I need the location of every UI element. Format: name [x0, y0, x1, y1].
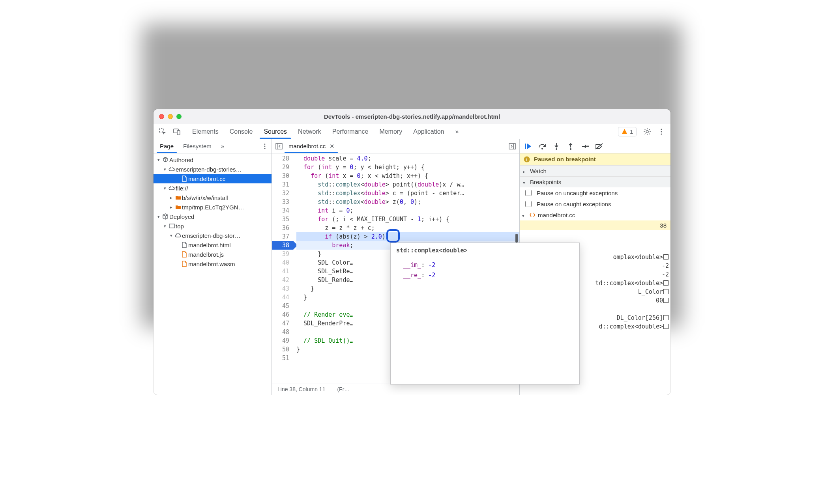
file-tab-mandelbrot-cc[interactable]: mandelbrot.cc ✕	[285, 139, 338, 153]
step-into-button[interactable]	[550, 140, 563, 152]
pause-on-uncaught-checkbox[interactable]: Pause on uncaught exceptions	[520, 187, 670, 198]
window-controls	[159, 114, 182, 119]
navigator-pane: Page Filesystem » Authored emscri	[154, 139, 272, 395]
toggle-navigator-icon[interactable]	[273, 140, 285, 153]
cloud-icon	[168, 186, 176, 190]
tree-file-scheme[interactable]: file://	[154, 183, 272, 193]
svg-point-4	[661, 129, 662, 130]
tree-file-mandelbrot-js[interactable]: mandelbrot.js	[154, 250, 272, 259]
paused-banner: Paused on breakpoint	[520, 153, 670, 165]
tab-performance[interactable]: Performance	[327, 124, 374, 139]
svg-point-3	[646, 131, 648, 133]
svg-rect-2	[177, 131, 180, 135]
tree-authored-node[interactable]: Authored	[154, 155, 272, 164]
cloud-icon	[174, 233, 182, 238]
main-tabs: Elements Console Sources Network Perform…	[187, 124, 464, 139]
tab-elements[interactable]: Elements	[187, 124, 224, 139]
tooltip-body: __im_: -2 __re_: -2	[391, 258, 579, 284]
editor-statusbar: Line 38, Column 11 (Fr…	[272, 383, 519, 395]
tree-folder-install[interactable]: b/s/w/ir/x/w/install	[154, 193, 272, 202]
folder-icon	[174, 205, 182, 209]
pause-on-caught-checkbox[interactable]: Pause on caught exceptions	[520, 198, 670, 209]
svg-point-18	[570, 148, 571, 150]
editor-toolbar: mandelbrot.cc ✕	[272, 139, 519, 153]
source-icon	[529, 212, 536, 218]
svg-point-5	[661, 131, 662, 132]
svg-rect-23	[526, 158, 527, 159]
svg-rect-15	[525, 144, 526, 149]
tabs-overflow-icon[interactable]: »	[449, 124, 464, 139]
svg-point-17	[556, 148, 557, 150]
navigator-more-vert-icon[interactable]	[260, 140, 270, 153]
editor-pane: mandelbrot.cc ✕ 282930313233343536373839…	[272, 139, 520, 395]
main-toolbar: Elements Console Sources Network Perform…	[154, 124, 670, 139]
tree-file-mandelbrot-html[interactable]: mandelbrot.html	[154, 240, 272, 250]
cursor-position: Line 38, Column 11	[277, 386, 325, 392]
info-icon	[524, 156, 530, 162]
step-button[interactable]	[578, 140, 592, 152]
more-vert-icon[interactable]	[655, 125, 668, 138]
tab-console[interactable]: Console	[224, 124, 258, 139]
svg-point-7	[264, 144, 266, 145]
tree-folder-tmp[interactable]: tmp/tmp.ELcTq2YGN…	[154, 202, 272, 212]
status-extra: (Fr…	[337, 386, 350, 392]
tab-application[interactable]: Application	[408, 124, 449, 139]
tree-domain-deployed[interactable]: emscripten-dbg-stor…	[154, 231, 272, 240]
file-icon	[180, 242, 188, 248]
issues-warning-badge[interactable]: 1	[618, 127, 637, 136]
window-title: DevTools - emscripten-dbg-stories.netlif…	[154, 113, 670, 120]
svg-point-9	[264, 147, 266, 149]
variable-tooltip: std::complex<double> __im_: -2 __re_: -2	[390, 243, 580, 385]
navigator-tabs: Page Filesystem »	[154, 139, 272, 153]
settings-gear-icon[interactable]	[640, 125, 654, 138]
tab-network[interactable]: Network	[292, 124, 327, 139]
device-toolbar-icon[interactable]	[170, 125, 184, 138]
wasm-file-icon	[180, 261, 188, 267]
minimize-window-button[interactable]	[168, 114, 173, 119]
svg-point-19	[587, 146, 589, 147]
tree-file-mandelbrot-wasm[interactable]: mandelbrot.wasm	[154, 259, 272, 269]
file-tree: Authored emscripten-dbg-stories… mandelb…	[154, 153, 272, 395]
svg-point-8	[264, 146, 266, 147]
svg-point-16	[541, 148, 543, 149]
breakpoint-file-row[interactable]: mandelbrot.cc	[520, 209, 670, 220]
step-out-button[interactable]	[564, 140, 577, 152]
navigator-tab-filesystem[interactable]: Filesystem	[178, 139, 216, 153]
svg-rect-22	[526, 159, 527, 161]
frame-icon	[168, 224, 176, 228]
tree-top-frame[interactable]: top	[154, 221, 272, 231]
titlebar: DevTools - emscripten-dbg-stories.netlif…	[154, 109, 670, 124]
breakpoints-section-header[interactable]: Breakpoints	[520, 176, 670, 187]
svg-rect-10	[169, 224, 174, 228]
tooltip-title: std::complex<double>	[391, 243, 579, 258]
resume-button[interactable]	[521, 140, 535, 152]
cloud-icon	[168, 167, 176, 172]
js-file-icon	[180, 251, 188, 258]
deactivate-breakpoints-button[interactable]	[592, 140, 606, 152]
navigator-tab-page[interactable]: Page	[155, 139, 178, 153]
close-tab-icon[interactable]: ✕	[329, 142, 335, 151]
deployed-icon	[161, 213, 169, 220]
maximize-window-button[interactable]	[176, 114, 182, 119]
toggle-debugger-icon[interactable]	[507, 140, 518, 153]
devtools-window: DevTools - emscripten-dbg-stories.netlif…	[154, 109, 670, 395]
navigator-tabs-overflow-icon[interactable]: »	[216, 139, 229, 153]
file-icon	[180, 175, 188, 182]
tab-sources[interactable]: Sources	[258, 124, 292, 139]
watch-section-header[interactable]: Watch	[520, 165, 670, 176]
folder-icon	[174, 195, 182, 200]
tree-deployed-node[interactable]: Deployed	[154, 212, 272, 221]
tree-file-mandelbrot-cc[interactable]: mandelbrot.cc	[154, 174, 272, 183]
inspect-element-icon[interactable]	[156, 125, 169, 138]
issues-warning-count: 1	[630, 129, 633, 135]
editor-gutter[interactable]: 2829303132333435363738394041424344454647…	[272, 153, 293, 383]
tree-domain-emscripten[interactable]: emscripten-dbg-stories…	[154, 164, 272, 174]
close-window-button[interactable]	[159, 114, 164, 119]
debugger-toolbar	[520, 139, 670, 153]
breakpoint-line-row[interactable]: 38	[520, 220, 670, 230]
tab-memory[interactable]: Memory	[374, 124, 408, 139]
step-over-button[interactable]	[536, 140, 549, 152]
svg-point-6	[661, 133, 662, 134]
authored-icon	[161, 157, 169, 163]
